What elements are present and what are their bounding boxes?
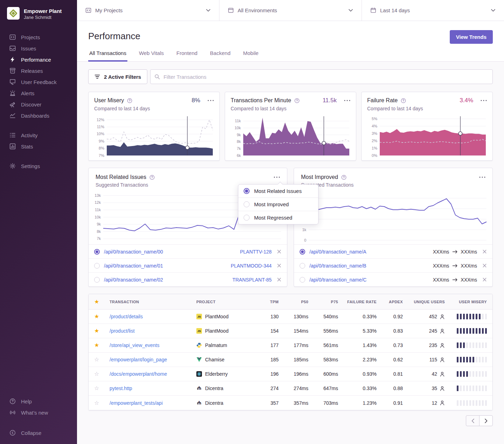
sidebar-item-discover[interactable]: Discover (0, 99, 77, 110)
sidebar-item-activity[interactable]: Activity (0, 130, 77, 141)
help-icon[interactable] (127, 98, 132, 103)
summary-cards-row: User Misery8%Compared to last 14 days7%8… (88, 92, 493, 161)
misery-bar (485, 400, 487, 406)
sidebar-item-what-s-new[interactable]: What’s new (0, 407, 77, 418)
tab-frontend[interactable]: Frontend (175, 49, 198, 62)
previous-page-button[interactable] (466, 415, 479, 426)
transaction-link[interactable]: /api/0/transaction_name/00 (104, 249, 163, 255)
svg-text:11k: 11k (95, 208, 101, 212)
tab-web-vitals[interactable]: Web Vitals (138, 49, 165, 62)
issue-tag-link[interactable]: PLANTMOOD-344 (231, 263, 272, 269)
sidebar-item-alerts[interactable]: Alerts (0, 88, 77, 99)
tab-all-transactions[interactable]: All Transactions (88, 49, 127, 62)
svg-text:2%: 2% (372, 139, 377, 143)
star-outline-icon[interactable]: ☆ (94, 400, 110, 406)
svg-text:9k: 9k (97, 222, 101, 226)
project-cell: JSPlantMood (196, 328, 254, 334)
close-icon[interactable] (277, 249, 281, 254)
issue-tag-link[interactable]: TRANSPLANT-85 (232, 277, 272, 283)
radio-button[interactable] (244, 188, 250, 194)
radio-button[interactable] (94, 249, 100, 255)
close-icon[interactable] (277, 263, 281, 268)
misery-bar (457, 386, 458, 391)
unique-users-count: 235 (429, 342, 437, 348)
sidebar-item-stats[interactable]: Stats (0, 141, 77, 152)
transaction-link[interactable]: /api/0/transaction_name/02 (104, 277, 163, 283)
p75-cell: 556ms (308, 328, 338, 334)
radio-button[interactable] (94, 263, 100, 269)
close-icon[interactable] (482, 263, 487, 268)
radio-button[interactable] (300, 263, 305, 269)
context-menu-button[interactable] (208, 99, 214, 102)
transaction-link[interactable]: /api/0/transaction_name/B (309, 263, 366, 269)
tab-mobile[interactable]: Mobile (242, 49, 259, 62)
sidebar-item-help[interactable]: Help (0, 396, 77, 407)
project-selector[interactable]: My Projects (77, 0, 219, 21)
sidebar-item-releases[interactable]: Releases (0, 65, 77, 76)
tab-backend[interactable]: Backend (209, 49, 231, 62)
star-filled-icon[interactable]: ★ (94, 314, 110, 319)
radio-button[interactable] (244, 201, 250, 207)
transaction-link[interactable]: /api/0/transaction_name/C (309, 277, 366, 283)
misery-bar (479, 386, 481, 391)
star-outline-icon[interactable]: ☆ (94, 371, 110, 377)
unique-users-cell: 115 (403, 357, 445, 362)
transaction-link[interactable]: /empowerplant_tests/api (110, 400, 163, 406)
radio-button[interactable] (244, 215, 250, 221)
menu-option-most-regressed[interactable]: Most Regressed (238, 211, 318, 224)
menu-option-most-improved[interactable]: Most Improved (238, 197, 318, 211)
radio-button[interactable] (300, 249, 305, 255)
menu-option-most-related-issues[interactable]: Most Related Issues (238, 185, 318, 197)
star-outline-icon[interactable]: ☆ (94, 386, 110, 391)
org-logo (7, 7, 20, 21)
transaction-link[interactable]: pytest.http (110, 386, 132, 391)
sidebar-section: ActivityStats (0, 130, 77, 152)
transaction-cell: /empowerplant/login_page (110, 357, 196, 362)
environment-selector[interactable]: All Environments (219, 0, 362, 21)
sidebar-item-projects[interactable]: Projects (0, 32, 77, 43)
transaction-link[interactable]: /store/api_view_events (110, 342, 159, 348)
context-menu-button[interactable] (479, 176, 485, 179)
star-filled-icon[interactable]: ★ (94, 328, 110, 334)
radio-button[interactable] (94, 277, 100, 283)
context-menu-button[interactable] (344, 99, 350, 102)
search-input[interactable] (150, 69, 493, 84)
tpm-cell: 185 (254, 357, 279, 362)
svg-text:8%: 8% (99, 146, 104, 150)
star-outline-icon[interactable]: ☆ (94, 357, 110, 362)
transaction-link[interactable]: /api/0/transaction_name/01 (104, 263, 163, 269)
transaction-link[interactable]: /product/list (110, 328, 135, 334)
sidebar-collapse-button[interactable]: Collapse (0, 427, 77, 438)
next-page-button[interactable] (479, 415, 493, 426)
transaction-link[interactable]: /docs/empowerplant/home (110, 371, 167, 377)
view-trends-button[interactable]: View Trends (450, 30, 493, 44)
transaction-link[interactable]: /product/details (110, 314, 143, 319)
transaction-link[interactable]: /empowerplant/login_page (110, 357, 167, 362)
misery-bar (472, 314, 474, 319)
issue-tag-link[interactable]: PLANTTV-128 (240, 249, 272, 255)
close-icon[interactable] (277, 277, 281, 282)
org-switcher[interactable]: Empower Plant Jane Schmidt (0, 6, 77, 22)
sidebar-item-dashboards[interactable]: Dashboards (0, 110, 77, 121)
sidebar-item-user-feedback[interactable]: User Feedback (0, 76, 77, 88)
transaction-link[interactable]: /api/0/transaction_name/A (309, 249, 366, 255)
misery-bar (485, 386, 487, 391)
card-value: 3.4% (460, 97, 473, 104)
active-filters-button[interactable]: 2 Active Filters (88, 69, 147, 84)
close-icon[interactable] (482, 249, 487, 254)
help-icon[interactable] (401, 98, 406, 103)
date-range-selector[interactable]: Last 14 days (362, 0, 504, 21)
help-icon[interactable] (294, 98, 300, 103)
filter-row: 2 Active Filters (88, 69, 493, 84)
card-value: 11.5k (323, 97, 337, 104)
close-icon[interactable] (482, 277, 487, 282)
radio-button[interactable] (300, 277, 305, 283)
sidebar-item-issues[interactable]: Issues (0, 43, 77, 54)
sidebar-item-settings[interactable]: Settings (0, 160, 77, 172)
star-filled-icon[interactable]: ★ (94, 342, 110, 348)
context-menu-button[interactable] (481, 99, 487, 102)
context-menu-button[interactable] (274, 176, 280, 179)
help-icon[interactable] (149, 175, 155, 180)
sidebar-item-performance[interactable]: Performance (0, 54, 77, 65)
help-icon[interactable] (341, 175, 346, 180)
